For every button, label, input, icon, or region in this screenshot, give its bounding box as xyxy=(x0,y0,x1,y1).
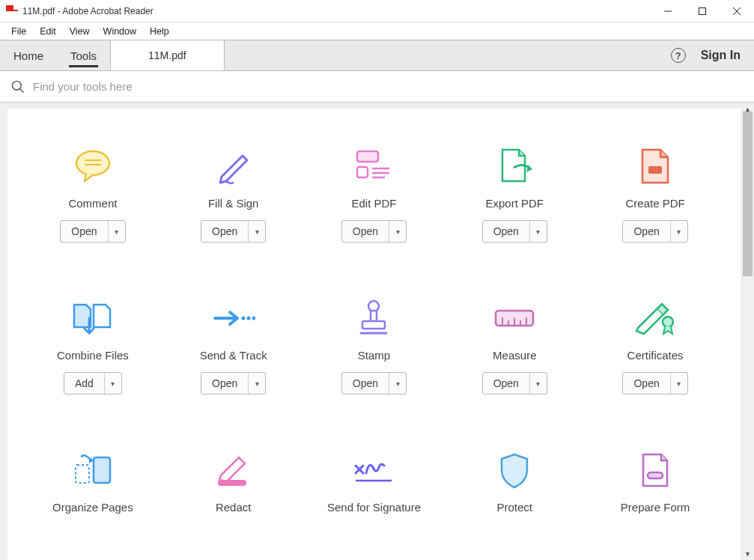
svg-rect-21 xyxy=(362,321,385,329)
tool-create-pdf[interactable]: Create PDF Open▾ xyxy=(585,146,726,243)
svg-point-6 xyxy=(76,151,109,175)
tool-open-button[interactable]: Open▾ xyxy=(201,372,266,395)
help-icon[interactable]: ? xyxy=(671,48,686,63)
tool-label: Protect xyxy=(497,501,533,514)
svg-rect-36 xyxy=(648,472,663,478)
svg-rect-1 xyxy=(699,7,706,14)
tool-send-track[interactable]: Send & Track Open▾ xyxy=(163,298,304,395)
edit-icon xyxy=(351,146,396,186)
menu-edit[interactable]: Edit xyxy=(33,24,63,39)
search-bar xyxy=(0,71,754,103)
organize-icon xyxy=(70,450,115,490)
create-icon xyxy=(633,146,678,186)
menu-window[interactable]: Window xyxy=(97,24,143,39)
menu-file[interactable]: File xyxy=(4,24,33,39)
tools-grid: Comment Open▾ Fill & Sign Open▾ Edit PDF… xyxy=(7,146,741,514)
tab-document[interactable]: 11M.pdf xyxy=(110,40,225,70)
tab-tools[interactable]: Tools xyxy=(57,40,110,70)
tool-open-button[interactable]: Open▾ xyxy=(341,220,407,243)
chevron-down-icon[interactable]: ▾ xyxy=(249,373,265,394)
close-button[interactable] xyxy=(720,0,754,22)
svg-rect-20 xyxy=(371,311,377,321)
tool-label: Organize Pages xyxy=(52,501,133,514)
tool-fill-sign[interactable]: Fill & Sign Open▾ xyxy=(163,146,304,243)
tool-redact[interactable]: Redact ▾ xyxy=(163,450,304,514)
svg-rect-31 xyxy=(76,465,89,483)
tool-add-button[interactable]: Add▾ xyxy=(64,372,122,395)
tool-certificates[interactable]: Certificates Open▾ xyxy=(585,298,726,395)
app-icon xyxy=(6,5,18,17)
tool-prepare-form[interactable]: Prepare Form ▾ xyxy=(585,450,726,514)
ruler-icon xyxy=(492,298,537,338)
chevron-down-icon[interactable]: ▾ xyxy=(105,373,121,394)
scroll-down-icon[interactable]: ▼ xyxy=(741,547,754,560)
chevron-down-icon[interactable]: ▾ xyxy=(389,373,406,394)
window-titlebar: 11M.pdf - Adobe Acrobat Reader xyxy=(0,0,754,22)
tool-open-button[interactable]: Open▾ xyxy=(622,220,687,243)
form-icon xyxy=(633,450,678,490)
menu-view[interactable]: View xyxy=(63,24,97,39)
tool-label: Prepare Form xyxy=(621,501,690,514)
comment-icon xyxy=(70,146,115,186)
chevron-down-icon[interactable]: ▾ xyxy=(530,373,547,394)
chevron-down-icon[interactable]: ▾ xyxy=(109,221,125,242)
maximize-button[interactable] xyxy=(685,0,720,22)
menu-bar: File Edit View Window Help xyxy=(0,22,754,40)
signature-icon xyxy=(351,450,396,490)
svg-point-4 xyxy=(13,81,22,90)
scrollbar-thumb[interactable] xyxy=(743,112,753,276)
tool-label: Measure xyxy=(493,349,536,362)
shield-icon xyxy=(492,450,537,490)
svg-point-17 xyxy=(246,317,250,320)
tool-label: Export PDF xyxy=(486,197,544,210)
tool-comment[interactable]: Comment Open▾ xyxy=(22,146,163,243)
tool-open-button[interactable]: Open▾ xyxy=(341,372,407,395)
tool-combine-files[interactable]: Combine Files Add▾ xyxy=(22,298,163,395)
tool-label: Send & Track xyxy=(200,349,267,362)
send-icon xyxy=(211,298,256,338)
tool-label: Create PDF xyxy=(625,197,684,210)
svg-rect-30 xyxy=(94,457,110,483)
tool-organize-pages[interactable]: Organize Pages ▾ xyxy=(22,450,163,514)
tool-open-button[interactable]: Open▾ xyxy=(60,220,125,243)
tool-label: Fill & Sign xyxy=(208,197,259,210)
tool-label: Comment xyxy=(68,197,117,210)
minimize-button[interactable] xyxy=(651,0,685,22)
tool-label: Edit PDF xyxy=(351,197,396,210)
svg-point-29 xyxy=(663,317,673,327)
chevron-down-icon[interactable]: ▾ xyxy=(249,221,265,242)
export-icon xyxy=(492,146,537,186)
search-input[interactable] xyxy=(33,80,744,93)
tool-send-signature[interactable]: Send for Signature ▾ xyxy=(304,450,445,514)
scrollbar[interactable]: ▲ ▼ xyxy=(741,103,754,560)
chevron-down-icon[interactable]: ▾ xyxy=(671,221,687,242)
tab-home[interactable]: Home xyxy=(0,40,57,70)
tool-protect[interactable]: Protect ▾ xyxy=(444,450,585,514)
tool-open-button[interactable]: Open▾ xyxy=(622,372,687,395)
pen-icon xyxy=(211,146,256,186)
content-area: Comment Open▾ Fill & Sign Open▾ Edit PDF… xyxy=(0,103,754,560)
tool-edit-pdf[interactable]: Edit PDF Open▾ xyxy=(304,146,445,243)
svg-rect-14 xyxy=(648,166,662,174)
sign-in-button[interactable]: Sign In xyxy=(701,49,741,62)
tool-open-button[interactable]: Open▾ xyxy=(482,220,547,243)
window-title: 11M.pdf - Adobe Acrobat Reader xyxy=(22,6,651,16)
svg-point-16 xyxy=(241,317,245,320)
chevron-down-icon[interactable]: ▾ xyxy=(389,221,406,242)
tool-export-pdf[interactable]: Export PDF Open▾ xyxy=(444,146,585,243)
tool-open-button[interactable]: Open▾ xyxy=(201,220,266,243)
tool-stamp[interactable]: Stamp Open▾ xyxy=(304,298,445,395)
svg-line-5 xyxy=(20,88,24,92)
tool-label: Redact xyxy=(216,501,252,514)
tool-measure[interactable]: Measure Open▾ xyxy=(444,298,585,395)
chevron-down-icon[interactable]: ▾ xyxy=(671,373,687,394)
menu-help[interactable]: Help xyxy=(143,24,176,39)
tool-open-button[interactable]: Open▾ xyxy=(482,372,547,395)
tool-label: Send for Signature xyxy=(327,501,421,514)
chevron-down-icon[interactable]: ▾ xyxy=(530,221,547,242)
certificate-icon xyxy=(633,298,678,338)
tool-label: Combine Files xyxy=(57,349,129,362)
tool-label: Certificates xyxy=(627,349,684,362)
svg-rect-9 xyxy=(357,151,378,162)
svg-rect-10 xyxy=(357,167,368,177)
